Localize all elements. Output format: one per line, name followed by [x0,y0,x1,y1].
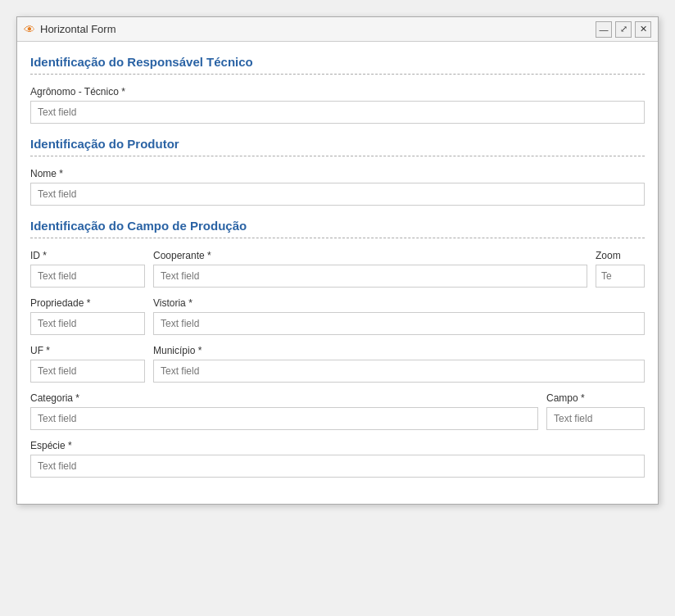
label-zoom: Zoom [596,250,645,261]
label-campo-field: Campo * [546,392,645,404]
section-title-campo: Identificação do Campo de Produção [30,219,645,233]
row-id-cooperante-zoom: ID * Cooperante * Zoom [30,250,645,288]
row-uf-municipio: UF * Município * [30,345,645,383]
label-categoria: Categoria * [30,392,538,404]
input-id[interactable] [30,265,145,288]
label-propriedade: Propriedade * [30,297,145,309]
input-nome[interactable] [30,183,645,206]
label-uf: UF * [30,345,145,356]
label-id: ID * [30,250,145,261]
window-controls: — ⤢ ✕ [596,21,651,38]
window-icon: 👁 [24,23,35,36]
row-propriedade-vistoria: Propriedade * Vistoria * [30,297,645,335]
col-id: ID * [30,250,145,288]
input-especie[interactable] [30,455,645,478]
section-divider-campo [30,238,645,238]
col-uf: UF * [30,345,145,383]
input-agronomo[interactable] [30,101,645,124]
section-title-produtor: Identificação do Produtor [30,137,645,151]
section-responsavel: Identificação do Responsável Técnico Agr… [30,55,645,124]
section-produtor: Identificação do Produtor Nome * [30,137,645,206]
input-campo-field[interactable] [546,407,645,430]
close-button[interactable]: ✕ [635,21,651,38]
label-municipio: Município * [153,345,645,356]
window-title: Horizontal Form [40,23,596,35]
section-title-responsavel: Identificação do Responsável Técnico [30,55,645,69]
input-municipio[interactable] [153,360,645,383]
col-vistoria: Vistoria * [153,297,645,335]
col-propriedade: Propriedade * [30,297,145,335]
col-campo-field: Campo * [546,392,645,430]
title-bar: 👁 Horizontal Form — ⤢ ✕ [17,17,658,42]
input-propriedade[interactable] [30,312,145,335]
label-agronomo: Agrônomo - Técnico * [30,86,645,97]
input-zoom[interactable] [596,265,645,288]
col-cooperante: Cooperante * [153,250,587,288]
input-cooperante[interactable] [153,265,587,288]
input-vistoria[interactable] [153,312,645,335]
label-vistoria: Vistoria * [153,297,645,309]
col-municipio: Município * [153,345,645,383]
col-zoom: Zoom [596,250,645,288]
maximize-button[interactable]: ⤢ [615,21,632,38]
row-categoria-campo: Categoria * Campo * [30,392,645,430]
input-uf[interactable] [30,360,145,383]
input-categoria[interactable] [30,407,538,430]
field-group-especie: Espécie * [30,440,645,478]
main-window: 👁 Horizontal Form — ⤢ ✕ Identificação do… [16,16,659,505]
label-especie: Espécie * [30,440,645,451]
field-group-agronomo: Agrônomo - Técnico * [30,86,645,124]
section-campo: Identificação do Campo de Produção ID * … [30,219,645,478]
section-divider-responsavel [30,74,645,75]
field-group-nome: Nome * [30,168,645,206]
section-divider-produtor [30,156,645,156]
form-content: Identificação do Responsável Técnico Agr… [17,42,658,504]
minimize-button[interactable]: — [596,21,612,38]
label-cooperante: Cooperante * [153,250,587,261]
col-categoria: Categoria * [30,392,538,430]
label-nome: Nome * [30,168,645,179]
